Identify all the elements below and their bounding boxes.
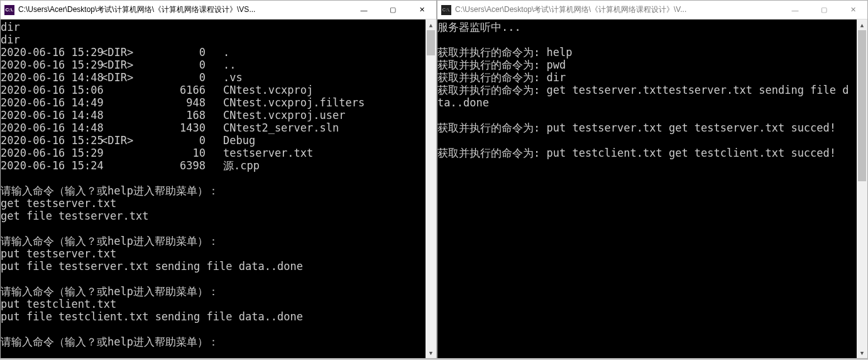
scroll-track[interactable] [426,30,436,347]
console-line: ta..done [437,96,857,109]
maximize-button[interactable]: ▢ [810,1,838,19]
file-date: 2020-06-16 15:06 [1,84,101,96]
dir-listing-row: 2020-06-16 15:25<DIR>0Debug [1,134,426,147]
minimize-button[interactable]: — [349,1,378,19]
maximize-button[interactable]: ▢ [378,1,407,19]
scroll-down-icon[interactable]: ▼ [857,347,867,358]
scroll-thumb[interactable] [858,30,866,181]
console-window-left: C:\. C:\Users\Acer\Desktop\考试\计算机网络\《计算机… [0,0,437,359]
titlebar-right[interactable]: C:\. C:\Users\Acer\Desktop\考试\计算机网络\《计算机… [437,1,867,20]
vertical-scrollbar-right[interactable]: ▲ ▼ [857,20,867,358]
file-name: 源.cpp [223,159,260,172]
file-date: 2020-06-16 14:48 [1,121,101,134]
dir-listing-row: 2020-06-16 14:481430CNtest2_server.sln [1,121,426,134]
file-date: 2020-06-16 14:49 [1,96,101,109]
file-size: 6398 [145,159,208,172]
file-name: . [223,46,229,59]
file-name: .. [223,59,236,71]
file-name: CNtest.vcxproj.filters [223,96,365,109]
console-line: put testclient.txt [1,298,426,310]
dir-listing-row: 2020-06-16 15:29<DIR>0.. [1,59,426,71]
window-title-left: C:\Users\Acer\Desktop\考试\计算机网络\《计算机网络课程设… [18,4,349,15]
scroll-track[interactable] [857,30,867,347]
file-name: Debug [223,134,255,147]
dir-listing-row: 2020-06-16 15:29<DIR>0. [1,46,426,59]
console-line: 请输入命令（输入？或help进入帮助菜单）： [1,285,426,298]
file-date: 2020-06-16 14:48 [1,109,101,121]
console-output-right[interactable]: 服务器监听中... 获取并执行的命令为: help获取并执行的命令为: pwd获… [437,20,867,358]
minimize-button[interactable]: — [781,1,810,19]
file-name: CNtest.vcxproj [223,84,313,96]
console-line: 获取并执行的命令为: dir [437,71,857,84]
file-date: 2020-06-16 15:29 [1,147,101,159]
file-size: 6166 [145,84,208,96]
dir-marker: <DIR> [101,46,145,59]
console-output-left[interactable]: dirdir2020-06-16 15:29<DIR>0.2020-06-16 … [1,20,436,358]
console-line: 获取并执行的命令为: pwd [437,59,857,71]
scroll-thumb[interactable] [427,30,435,55]
file-date: 2020-06-16 15:29 [1,59,101,71]
console-line: get file testserver.txt [1,210,426,222]
console-line: 获取并执行的命令为: put testserver.txt get testse… [437,121,857,134]
console-line: put file testclient.txt sending file dat… [1,310,426,323]
console-line [437,109,857,121]
console-line: 请输入命令（输入？或help进入帮助菜单）： [1,184,426,197]
scroll-up-icon[interactable]: ▲ [857,20,867,30]
dir-listing-row: 2020-06-16 15:2910testserver.txt [1,147,426,159]
dir-listing-row: 2020-06-16 15:246398源.cpp [1,159,426,172]
file-size: 0 [145,71,208,84]
console-line: 请输入命令（输入？或help进入帮助菜单）： [1,335,426,348]
console-line [1,172,426,184]
scroll-up-icon[interactable]: ▲ [426,20,436,30]
dir-marker: <DIR> [101,134,145,147]
file-date: 2020-06-16 15:25 [1,134,101,147]
console-app-icon: C:\. [441,5,451,15]
console-line: 获取并执行的命令为: help [437,46,857,59]
file-size: 10 [145,147,208,159]
file-size: 948 [145,96,208,109]
console-line: dir [1,21,426,33]
console-line: put file testserver.txt sending file dat… [1,260,426,273]
file-name: CNtest2_server.sln [223,121,339,134]
console-line [1,323,426,335]
file-date: 2020-06-16 15:29 [1,46,101,59]
console-line [1,222,426,235]
console-line: get testserver.txt [1,197,426,210]
dir-marker: <DIR> [101,71,145,84]
close-button[interactable]: ✕ [838,1,867,19]
window-title-right: C:\Users\Acer\Desktop\考试\计算机网络\《计算机网络课程设… [455,4,781,15]
file-size: 0 [145,59,208,71]
console-line: 获取并执行的命令为: get testserver.txttestserver.… [437,84,857,96]
file-name: CNtest.vcxproj.user [223,109,345,121]
console-app-icon: C:\. [4,5,14,15]
file-size: 0 [145,46,208,59]
titlebar-left[interactable]: C:\. C:\Users\Acer\Desktop\考试\计算机网络\《计算机… [1,1,436,20]
dir-marker: <DIR> [101,59,145,71]
console-window-right: C:\. C:\Users\Acer\Desktop\考试\计算机网络\《计算机… [437,0,868,359]
dir-listing-row: 2020-06-16 14:49948CNtest.vcxproj.filter… [1,96,426,109]
file-size: 168 [145,109,208,121]
scroll-down-icon[interactable]: ▼ [426,347,436,358]
console-line: 获取并执行的命令为: put testclient.txt get testcl… [437,147,857,159]
console-line [1,273,426,285]
console-line: 服务器监听中... [437,21,857,33]
dir-listing-row: 2020-06-16 15:066166CNtest.vcxproj [1,84,426,96]
file-size: 1430 [145,121,208,134]
console-line: put testserver.txt [1,247,426,260]
file-name: testserver.txt [223,147,313,159]
dir-listing-row: 2020-06-16 14:48168CNtest.vcxproj.user [1,109,426,121]
file-name: .vs [223,71,243,84]
file-date: 2020-06-16 14:48 [1,71,101,84]
dir-listing-row: 2020-06-16 14:48<DIR>0.vs [1,71,426,84]
console-line [437,33,857,46]
file-size: 0 [145,134,208,147]
close-button[interactable]: ✕ [407,1,436,19]
vertical-scrollbar-left[interactable]: ▲ ▼ [426,20,436,358]
console-line: 请输入命令（输入？或help进入帮助菜单）： [1,235,426,247]
file-date: 2020-06-16 15:24 [1,159,101,172]
console-line [437,134,857,147]
console-line: dir [1,33,426,46]
